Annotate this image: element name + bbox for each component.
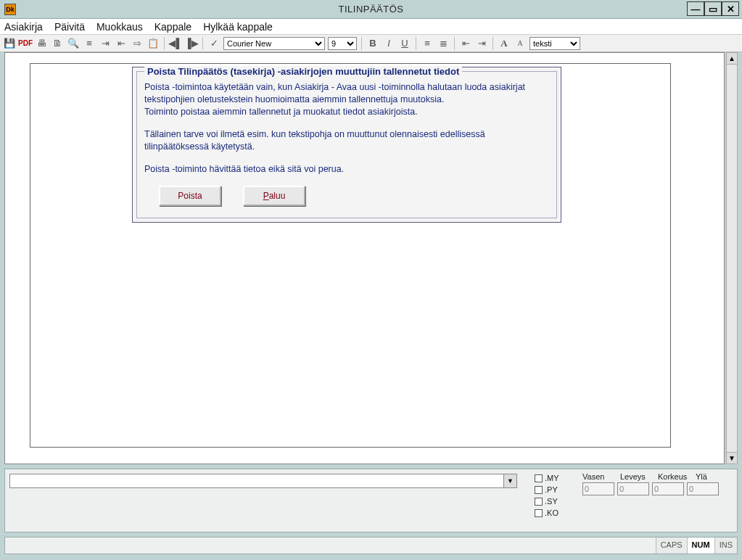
status-ins: INS (714, 538, 737, 553)
pdf-button[interactable]: PDF (19, 37, 32, 50)
title-bar: Dk TILINPÄÄTÖS — ▭ ✕ (0, 0, 742, 19)
font-grow-icon[interactable]: A (498, 37, 511, 50)
status-num: NUM (687, 538, 714, 553)
print-icon[interactable]: 🖶 (35, 37, 48, 50)
check-py[interactable]: .PY (535, 484, 559, 495)
checkbox-icon[interactable] (535, 474, 543, 482)
dialog-frame: Poista Tilinpäätös (tasekirja) -asiakirj… (136, 71, 557, 218)
menu-paivita[interactable]: Päivitä (54, 21, 85, 33)
style-select[interactable]: teksti (529, 37, 580, 50)
separator (492, 37, 493, 50)
align-left-icon[interactable]: ≡ (421, 37, 434, 50)
page-prev-icon[interactable]: ◀▌ (169, 37, 182, 50)
dropdown-arrow-icon[interactable]: ▼ (503, 474, 516, 487)
delete-variables-dialog: Poista Tilinpäätös (tasekirja) -asiakirj… (132, 67, 561, 223)
window-title: TILINPÄÄTÖS (0, 4, 742, 15)
status-bar: CAPS NUM INS (4, 537, 738, 554)
dialog-button-row: Poista Paluu (159, 186, 549, 206)
suffix-checks: .MY .PY .SY .KO (535, 472, 559, 519)
status-spacer (5, 538, 656, 553)
maximize-button[interactable]: ▭ (704, 1, 722, 16)
copy-icon[interactable]: 📋 (147, 37, 160, 50)
minimize-button[interactable]: — (687, 1, 704, 16)
dialog-title: Poista Tilinpäätös (tasekirja) -asiakirj… (144, 66, 462, 77)
indent1-icon[interactable]: ⇥ (99, 37, 112, 50)
dialog-para1: Poista -toimintoa käytetään vain, kun As… (144, 82, 525, 104)
separator (416, 37, 416, 50)
label-vasen: Vasen (582, 472, 614, 481)
scroll-up-arrow[interactable]: ▲ (727, 53, 737, 65)
indent-icon[interactable]: ⇥ (475, 37, 488, 50)
align1-icon[interactable]: ≡ (83, 37, 96, 50)
dialog-para2: Tällainen tarve voi ilmetä esim. kun tek… (144, 128, 549, 153)
preview-icon[interactable]: 🗎 (51, 37, 64, 50)
label-korkeus: Korkeus (658, 472, 690, 481)
font-name-select[interactable]: Courier New (223, 37, 325, 50)
field-korkeus[interactable] (652, 482, 684, 495)
status-caps: CAPS (656, 538, 687, 553)
checkbox-icon[interactable] (535, 498, 543, 506)
bold-button[interactable]: B (366, 37, 379, 50)
delete-button[interactable]: Poista (159, 186, 221, 206)
menu-muokkaus[interactable]: Muokkaus (96, 21, 143, 33)
check-sy-label: .SY (545, 495, 558, 507)
window-controls: — ▭ ✕ (687, 1, 739, 16)
save-icon[interactable]: 💾 (3, 37, 16, 50)
font-size-select[interactable]: 9 (328, 37, 357, 50)
document-page: Poista Tilinpäätös (tasekirja) -asiakirj… (30, 63, 671, 448)
long-dropdown[interactable]: ▼ (9, 474, 517, 488)
menu-asiakirja[interactable]: Asiakirja (4, 21, 43, 33)
check-my[interactable]: .MY (535, 472, 559, 484)
field-vasen[interactable] (582, 482, 614, 495)
dialog-para3: Poista -toiminto hävittää tietoa eikä si… (144, 163, 549, 176)
underline-button[interactable]: U (398, 37, 411, 50)
italic-button[interactable]: I (382, 37, 395, 50)
checkbox-icon[interactable] (535, 486, 543, 494)
delete-button-label: Poista (178, 191, 202, 201)
separator (164, 37, 165, 50)
outdent-icon[interactable]: ⇤ (459, 37, 472, 50)
check-my-label: .MY (545, 472, 559, 484)
check-ko-label: .KO (545, 507, 558, 519)
return-button[interactable]: Paluu (243, 186, 305, 206)
align-center-icon[interactable]: ≣ (437, 37, 450, 50)
indent2-icon[interactable]: ⇤ (115, 37, 128, 50)
menu-hylkaa-kappale[interactable]: Hylkää kappale (203, 21, 273, 33)
indent3-icon[interactable]: ⇨ (131, 37, 144, 50)
menu-kappale[interactable]: Kappale (154, 21, 191, 33)
separator (202, 37, 203, 50)
checkbox-icon[interactable] (535, 509, 543, 517)
field-yla[interactable] (687, 482, 719, 495)
menu-bar: Asiakirja Päivitä Muokkaus Kappale Hylkä… (0, 19, 742, 35)
check-ko[interactable]: .KO (535, 507, 559, 519)
check-sy[interactable]: .SY (535, 495, 559, 507)
close-button[interactable]: ✕ (722, 1, 739, 16)
return-button-label: Paluu (263, 191, 286, 201)
zoom-icon[interactable]: 🔍 (67, 37, 80, 50)
font-shrink-icon[interactable]: A (514, 37, 527, 50)
check-icon[interactable]: ✓ (207, 37, 220, 50)
document-viewport: Poista Tilinpäätös (tasekirja) -asiakirj… (4, 52, 725, 464)
field-leveys[interactable] (617, 482, 649, 495)
vertical-scrollbar[interactable]: ▲ ▼ (726, 52, 738, 464)
label-yla: Ylä (696, 472, 727, 481)
properties-panel: ▼ .MY .PY .SY .KO Vasen Leveys Korkeus Y… (4, 469, 738, 532)
toolbar: 💾 PDF 🖶 🗎 🔍 ≡ ⇥ ⇤ ⇨ 📋 ◀▌ ▐▶ ✓ Courier Ne… (0, 35, 742, 52)
scroll-down-arrow[interactable]: ▼ (727, 452, 737, 464)
dialog-para1b: Toiminto poistaa aiemmin tallennetut ja … (144, 107, 418, 117)
check-py-label: .PY (545, 484, 558, 495)
separator (361, 37, 362, 50)
dimension-fields: Vasen Leveys Korkeus Ylä (582, 472, 727, 495)
label-leveys: Leveys (620, 472, 652, 481)
page-next-icon[interactable]: ▐▶ (185, 37, 198, 50)
dialog-body: Poista -toimintoa käytetään vain, kun As… (144, 81, 549, 176)
separator (454, 37, 455, 50)
